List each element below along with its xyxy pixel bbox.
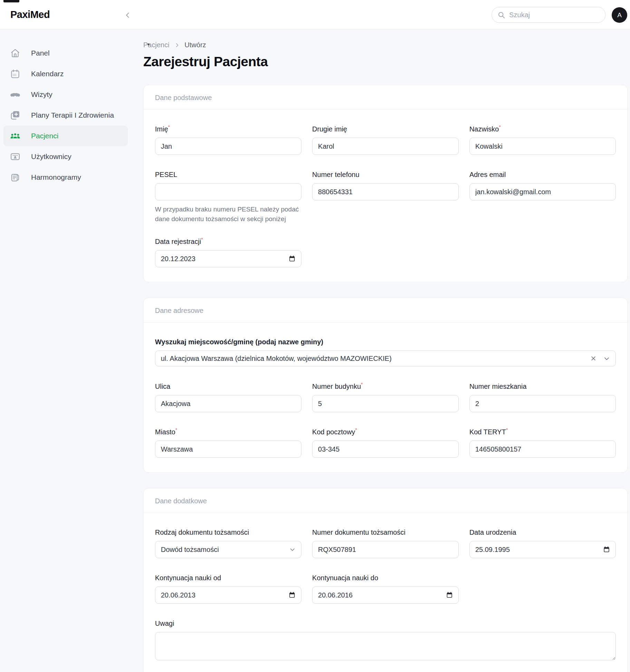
section-dane-podstawowe: Dane podstawowe Imię* Drugie imię Nazwis… bbox=[143, 85, 628, 282]
field-data-urodzenia: Data urodzenia 25.09.1995 bbox=[469, 528, 616, 574]
date-value: 20.06.2013 bbox=[161, 591, 289, 599]
field-numer-telefonu: Numer telefonu bbox=[312, 171, 458, 224]
field-drugie-imie: Drugie imię bbox=[312, 125, 458, 155]
breadcrumb-pacjenci[interactable]: Pacjenci bbox=[143, 41, 169, 49]
field-label: Rodzaj dokumentu tożsamości bbox=[155, 528, 249, 536]
sidebar-item-kalendarz[interactable]: Kalendarz bbox=[3, 63, 128, 84]
field-miasto: Miasto* bbox=[155, 428, 301, 458]
field-kod-pocztowy: Kod pocztowy* bbox=[312, 428, 458, 458]
calendar-picker-icon[interactable] bbox=[289, 592, 295, 599]
handshake-icon bbox=[10, 89, 21, 100]
avatar[interactable]: A bbox=[612, 7, 627, 23]
app-logo: PaxiMed bbox=[10, 9, 50, 20]
field-nazwisko: Nazwisko* bbox=[469, 125, 616, 171]
field-label: Kontynuacja nauki od bbox=[155, 574, 221, 582]
required-asterisk: * bbox=[506, 427, 508, 433]
calendar-picker-icon[interactable] bbox=[289, 255, 295, 262]
data-urodzenia-date-input[interactable]: 25.09.1995 bbox=[469, 541, 616, 558]
nazwisko-input[interactable] bbox=[469, 138, 616, 155]
field-label: Miasto bbox=[155, 428, 175, 436]
avatar-initial: A bbox=[617, 11, 622, 19]
gmina-combobox[interactable]: ul. Akacjowa Warszawa (dzielnica Mokotów… bbox=[155, 350, 616, 366]
field-rodzaj-dokumentu: Rodzaj dokumentu tożsamości Dowód tożsam… bbox=[155, 528, 301, 558]
search-input[interactable] bbox=[509, 11, 600, 19]
pesel-input[interactable] bbox=[155, 183, 301, 200]
rodzaj-dokumentu-select[interactable]: Dowód tożsamości bbox=[155, 541, 301, 558]
imie-input[interactable] bbox=[155, 138, 301, 155]
sidebar-item-label: Kalendarz bbox=[31, 70, 64, 78]
field-numer-budynku: Numer budynku* bbox=[312, 383, 458, 412]
field-label: PESEL bbox=[155, 171, 177, 178]
calendar-picker-icon[interactable] bbox=[603, 546, 610, 553]
required-asterisk: * bbox=[355, 427, 357, 433]
chevron-left-icon bbox=[124, 11, 132, 19]
miasto-input[interactable] bbox=[155, 441, 301, 458]
field-data-rejestracji: Data rejestracji* 20.12.2023 bbox=[155, 238, 301, 267]
section-title: Dane adresowe bbox=[144, 298, 627, 323]
kod-teryt-input[interactable] bbox=[469, 441, 616, 458]
chevron-down-icon bbox=[289, 546, 295, 553]
numer-telefonu-input[interactable] bbox=[312, 183, 458, 200]
required-asterisk: * bbox=[175, 427, 177, 433]
date-value: 25.09.1995 bbox=[475, 546, 603, 554]
patients-group-icon bbox=[10, 130, 21, 141]
sidebar-collapse-button[interactable] bbox=[122, 9, 134, 21]
sidebar-item-pacjenci[interactable]: Pacjenci bbox=[3, 126, 128, 146]
uwagi-textarea[interactable] bbox=[155, 632, 616, 660]
numer-mieszkania-input[interactable] bbox=[469, 395, 616, 412]
field-label: Kod TERYT bbox=[469, 428, 506, 436]
field-label: Imię bbox=[155, 125, 168, 133]
sidebar-item-plany-terapii[interactable]: Plany Terapii I Zdrowienia bbox=[3, 105, 128, 126]
breadcrumb-chevron-icon bbox=[174, 42, 180, 48]
clear-selection-icon[interactable] bbox=[590, 355, 597, 362]
required-asterisk: * bbox=[168, 124, 170, 130]
date-value: 20.12.2023 bbox=[161, 255, 289, 263]
field-label: Adres email bbox=[469, 171, 506, 178]
numer-dokumentu-input[interactable] bbox=[312, 541, 458, 558]
top-header: PaxiMed A bbox=[0, 0, 630, 30]
section-title: Dane podstawowe bbox=[144, 85, 627, 110]
ulica-input[interactable] bbox=[155, 395, 301, 412]
kod-pocztowy-input[interactable] bbox=[312, 441, 458, 458]
field-label: Numer telefonu bbox=[312, 171, 359, 178]
section-dane-dodatkowe: Dane dodatkowe Rodzaj dokumentu tożsamoś… bbox=[143, 488, 628, 672]
sidebar-item-wizyty[interactable]: Wizyty bbox=[3, 84, 128, 105]
section-dane-adresowe: Dane adresowe Wyszukaj miejscowość/gminę… bbox=[143, 298, 628, 473]
sidebar-item-harmonogramy[interactable]: Harmonogramy bbox=[3, 167, 128, 188]
field-label: Kontynuacja nauki do bbox=[312, 574, 378, 582]
calendar-picker-icon[interactable] bbox=[446, 592, 453, 599]
field-label: Uwagi bbox=[155, 620, 174, 627]
adres-email-input[interactable] bbox=[469, 183, 616, 200]
search-box[interactable] bbox=[492, 7, 605, 23]
data-rejestracji-date-input[interactable]: 20.12.2023 bbox=[155, 250, 301, 267]
calendar-icon bbox=[10, 68, 21, 79]
drugie-imie-input[interactable] bbox=[312, 138, 458, 155]
field-label: Numer mieszkania bbox=[469, 383, 527, 390]
field-label: Data urodzenia bbox=[469, 528, 516, 536]
sidebar-item-uzytkownicy[interactable]: Użytkownicy bbox=[3, 146, 128, 167]
sidebar-item-label: Harmonogramy bbox=[31, 173, 81, 181]
field-label: Drugie imię bbox=[312, 125, 347, 133]
date-value: 20.06.2016 bbox=[318, 591, 446, 599]
kontynuacja-do-date-input[interactable]: 20.06.2016 bbox=[312, 586, 458, 604]
field-adres-email: Adres email bbox=[469, 171, 616, 224]
search-icon bbox=[497, 11, 505, 19]
field-kontynuacja-od: Kontynuacja nauki od 20.06.2013 bbox=[155, 574, 301, 604]
breadcrumb: Pacjenci Utwórz bbox=[143, 41, 628, 49]
required-asterisk: * bbox=[361, 382, 363, 387]
field-label: Data rejestracji bbox=[155, 238, 201, 245]
sidebar-item-label: Pacjenci bbox=[31, 132, 58, 140]
sidebar-item-panel[interactable]: Panel bbox=[3, 43, 128, 63]
required-asterisk: * bbox=[499, 124, 501, 130]
field-numer-mieszkania: Numer mieszkania bbox=[469, 383, 616, 428]
chevron-down-icon[interactable] bbox=[603, 355, 610, 362]
sidebar-nav: Panel Kalendarz Wizyty Plany Terapii I Z… bbox=[0, 30, 131, 188]
sidebar-item-label: Plany Terapii I Zdrowienia bbox=[31, 111, 114, 119]
field-ulica: Ulica bbox=[155, 383, 301, 412]
gmina-selected-value: ul. Akacjowa Warszawa (dzielnica Mokotów… bbox=[161, 355, 590, 363]
sidebar-item-label: Użytkownicy bbox=[31, 152, 71, 161]
kontynuacja-od-date-input[interactable]: 20.06.2013 bbox=[155, 586, 301, 604]
sidebar-item-label: Wizyty bbox=[31, 90, 52, 99]
field-label: Kod pocztowy bbox=[312, 428, 355, 436]
numer-budynku-input[interactable] bbox=[312, 395, 458, 412]
